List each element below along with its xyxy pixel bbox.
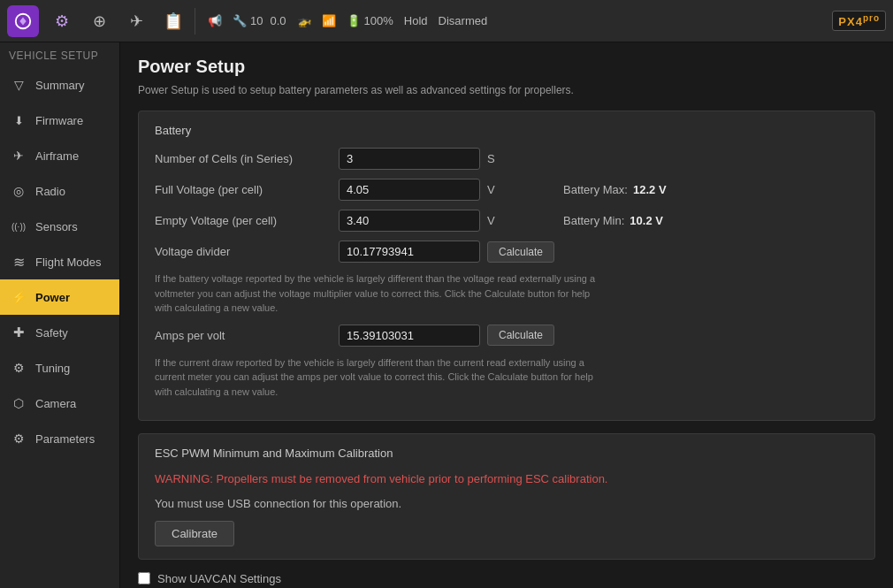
- airframe-icon: [9, 146, 28, 165]
- amps-per-volt-calc-button[interactable]: Calculate: [487, 325, 554, 346]
- full-voltage-input[interactable]: [339, 179, 480, 201]
- counter-value: 10: [250, 14, 263, 27]
- drone-status: 🚁: [297, 14, 311, 27]
- cells-row: Number of Cells (in Series) S: [155, 148, 859, 170]
- battery-max-value: 12.2 V: [633, 183, 667, 196]
- esc-section: ESC PWM Minimum and Maximum Calibration …: [138, 433, 875, 560]
- hold-status: Hold: [404, 14, 428, 27]
- flightmodes-icon: [9, 252, 28, 271]
- voltage-divider-row: Voltage divider Calculate: [155, 241, 859, 263]
- battery-min-extra: Battery Min: 10.2 V: [563, 214, 663, 227]
- sidebar-label-summary: Summary: [35, 79, 85, 92]
- empty-voltage-label: Empty Voltage (per cell): [155, 214, 332, 227]
- alert-icon: 📢: [208, 14, 222, 27]
- empty-voltage-row: Empty Voltage (per cell) V Battery Min: …: [155, 210, 859, 232]
- sidebar-label-parameters: Parameters: [35, 432, 95, 446]
- camera-icon: [9, 393, 28, 413]
- sidebar-label-safety: Safety: [35, 326, 68, 340]
- amps-per-volt-input[interactable]: [339, 325, 480, 347]
- battery-section: Battery Number of Cells (in Series) S Fu…: [138, 111, 875, 421]
- sidebar-item-parameters[interactable]: Parameters: [0, 421, 119, 456]
- amps-per-volt-row: Amps per volt Calculate: [155, 325, 859, 347]
- empty-voltage-unit: V: [487, 214, 503, 227]
- amps-per-volt-label: Amps per volt: [155, 329, 332, 342]
- power-icon: [9, 287, 28, 307]
- voltage-divider-input[interactable]: [339, 241, 480, 263]
- sidebar-item-summary[interactable]: Summary: [0, 67, 119, 103]
- cells-input[interactable]: [339, 148, 480, 170]
- file-nav-icon[interactable]: 📋: [157, 5, 189, 37]
- full-voltage-label: Full Voltage (per cell): [155, 183, 332, 196]
- topbar-status: 📢 🔧 10 0.0 🚁 📶 🔋 100% Hold Disarmed: [208, 14, 487, 27]
- esc-note-text: You must use USB connection for this ope…: [155, 497, 859, 510]
- brand-name: PX4: [838, 15, 863, 28]
- esc-section-label: ESC PWM Minimum and Maximum Calibration: [155, 447, 859, 460]
- disarmed-label: Disarmed: [439, 14, 488, 27]
- sidebar: Vehicle Setup Summary Firmware Airframe …: [0, 42, 120, 588]
- sidebar-item-safety[interactable]: Safety: [0, 315, 119, 350]
- topbar-nav-icons: ⚙ ⊕ ✈ 📋: [46, 5, 189, 37]
- page-title: Power Setup: [138, 57, 875, 77]
- sidebar-label-camera: Camera: [35, 397, 76, 410]
- app-logo[interactable]: [7, 5, 39, 37]
- full-voltage-unit: V: [487, 183, 503, 196]
- voltage-divider-note: If the battery voltage reported by the v…: [155, 271, 597, 316]
- sidebar-item-firmware[interactable]: Firmware: [0, 103, 119, 138]
- disarmed-status: Disarmed: [439, 14, 488, 27]
- sidebar-header: Vehicle Setup: [0, 42, 119, 67]
- sidebar-label-firmware: Firmware: [35, 114, 83, 127]
- voltage-divider-label: Voltage divider: [155, 245, 332, 258]
- battery-status: 🔋 100%: [347, 14, 393, 27]
- parameters-icon: [9, 429, 28, 448]
- firmware-icon: [9, 111, 28, 130]
- battery-min-value: 10.2 V: [630, 214, 663, 227]
- battery-section-label: Battery: [155, 124, 859, 137]
- alert-status: 📢: [208, 14, 222, 27]
- summary-icon: [9, 75, 28, 95]
- wrench-icon: 🔧: [233, 14, 247, 27]
- sidebar-item-airframe[interactable]: Airframe: [0, 138, 119, 173]
- main-content: Power Setup Power Setup is used to setup…: [120, 42, 893, 588]
- voltage-divider-calc-button[interactable]: Calculate: [487, 241, 554, 263]
- safety-icon: [9, 323, 28, 342]
- sidebar-label-airframe: Airframe: [35, 149, 79, 163]
- battery-icon: 🔋: [347, 14, 361, 27]
- battery-max-extra: Battery Max: 12.2 V: [563, 183, 667, 196]
- settings-nav-icon[interactable]: ⚙: [46, 5, 78, 37]
- sidebar-label-sensors: Sensors: [35, 220, 78, 233]
- esc-warning-text: WARNING: Propellers must be removed from…: [155, 470, 859, 488]
- uavcan-checkbox-label[interactable]: Show UAVCAN Settings: [157, 572, 281, 585]
- signal-status: 📶: [322, 14, 336, 27]
- cells-unit: S: [487, 152, 503, 165]
- uavcan-checkbox-row: Show UAVCAN Settings: [138, 572, 875, 585]
- hold-label: Hold: [404, 14, 428, 27]
- sidebar-label-tuning: Tuning: [35, 362, 70, 375]
- battery-min-label: Battery Min:: [563, 214, 624, 227]
- calibrate-button[interactable]: Calibrate: [155, 521, 234, 546]
- signal-icon: 📶: [322, 14, 336, 27]
- brand-logo: PX4pro: [832, 11, 886, 31]
- uavcan-checkbox[interactable]: [138, 572, 150, 584]
- sidebar-item-flight-modes[interactable]: Flight Modes: [0, 244, 119, 279]
- radio-icon: [9, 181, 28, 201]
- drone-icon: 🚁: [297, 14, 311, 27]
- sidebar-label-radio: Radio: [35, 185, 65, 198]
- tuning-icon: [9, 358, 28, 378]
- cells-label: Number of Cells (in Series): [155, 152, 332, 165]
- sidebar-item-sensors[interactable]: Sensors: [0, 209, 119, 244]
- page-subtitle: Power Setup is used to setup battery par…: [138, 84, 875, 96]
- sidebar-item-tuning[interactable]: Tuning: [0, 350, 119, 386]
- layout: Vehicle Setup Summary Firmware Airframe …: [0, 42, 893, 588]
- sidebar-label-power: Power: [35, 291, 70, 304]
- brand-suffix: pro: [863, 13, 880, 23]
- send-nav-icon[interactable]: ✈: [120, 5, 152, 37]
- topbar-divider: [195, 8, 195, 34]
- sidebar-item-radio[interactable]: Radio: [0, 173, 119, 209]
- vehicle-nav-icon[interactable]: ⊕: [83, 5, 115, 37]
- wrench-status: 🔧 10 0.0: [233, 14, 286, 27]
- amps-per-volt-note: If the current draw reported by the vehi…: [155, 355, 597, 400]
- empty-voltage-input[interactable]: [339, 210, 480, 232]
- sidebar-item-power[interactable]: Power: [0, 279, 119, 315]
- battery-max-label: Battery Max:: [563, 183, 628, 196]
- sidebar-item-camera[interactable]: Camera: [0, 386, 119, 421]
